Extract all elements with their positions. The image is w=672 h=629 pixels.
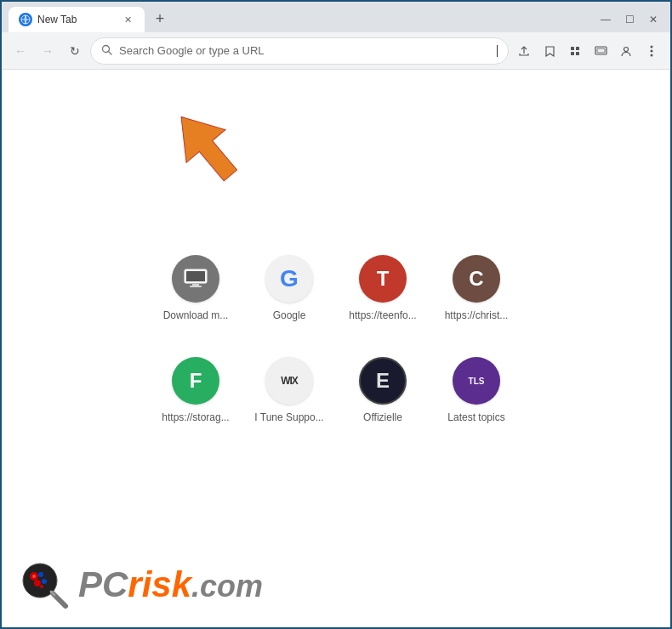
shortcut-wix[interactable]: WIX I Tune Suppo... bbox=[248, 350, 330, 444]
address-bar[interactable]: Search Google or type a URL bbox=[90, 37, 509, 65]
svg-point-22 bbox=[32, 575, 36, 578]
bookmark-button[interactable] bbox=[538, 39, 561, 63]
shortcut-label-wix: I Tune Suppo... bbox=[254, 411, 323, 423]
cast-button[interactable] bbox=[589, 39, 612, 63]
svg-point-12 bbox=[651, 49, 653, 52]
new-tab-button[interactable]: + bbox=[148, 7, 172, 31]
title-bar: New Tab ✕ + — ☐ ✕ bbox=[2, 2, 670, 32]
svg-point-26 bbox=[40, 585, 43, 588]
svg-rect-9 bbox=[597, 48, 605, 53]
profile-button[interactable] bbox=[614, 39, 638, 63]
back-button[interactable]: ← bbox=[9, 39, 32, 63]
forward-button[interactable]: → bbox=[36, 39, 60, 63]
svg-point-25 bbox=[42, 579, 47, 584]
shortcut-label-storag: https://storag... bbox=[162, 411, 229, 423]
menu-button[interactable] bbox=[640, 39, 663, 63]
share-button[interactable] bbox=[512, 39, 536, 63]
shortcuts-grid: Download m... G Google T https://teenfo.… bbox=[153, 248, 519, 444]
svg-rect-19 bbox=[190, 286, 202, 287]
shortcut-icon-teenfo: T bbox=[359, 255, 407, 303]
window-controls: — ☐ ✕ bbox=[595, 12, 663, 27]
active-tab[interactable]: New Tab ✕ bbox=[9, 7, 145, 32]
pcrisk-text: PCrisk.com bbox=[78, 567, 263, 603]
browser-window: New Tab ✕ + — ☐ ✕ ← → ↻ Search Google or… bbox=[0, 0, 672, 629]
shortcut-label-teenfo: https://teenfo... bbox=[349, 309, 416, 321]
shortcut-christ[interactable]: C https://christ... bbox=[438, 248, 515, 342]
svg-rect-4 bbox=[571, 47, 574, 50]
pcrisk-logo: PCrisk.com bbox=[19, 559, 263, 610]
shortcut-label-google: Google bbox=[273, 309, 306, 321]
extensions-button[interactable] bbox=[563, 39, 587, 63]
toolbar-actions bbox=[512, 39, 663, 63]
shortcut-icon-offizielle: E bbox=[359, 357, 407, 405]
shortcut-latest-topics[interactable]: TLS Latest topics bbox=[441, 350, 511, 444]
pc-text: PC bbox=[78, 564, 128, 604]
toolbar: ← → ↻ Search Google or type a URL bbox=[2, 32, 670, 70]
url-input[interactable]: Search Google or type a URL bbox=[119, 44, 488, 57]
svg-point-13 bbox=[651, 54, 653, 56]
svg-point-24 bbox=[34, 580, 41, 586]
svg-marker-14 bbox=[162, 104, 250, 189]
shortcut-icon-download bbox=[172, 255, 219, 303]
shortcut-label-offizielle: Offizielle bbox=[363, 411, 402, 423]
svg-line-2 bbox=[109, 51, 112, 54]
text-cursor bbox=[497, 45, 498, 57]
svg-rect-6 bbox=[571, 52, 574, 55]
search-icon bbox=[101, 44, 112, 58]
shortcut-storag[interactable]: F https://storag... bbox=[155, 350, 236, 444]
svg-rect-7 bbox=[576, 52, 579, 55]
svg-point-10 bbox=[624, 47, 629, 51]
main-content: Download m... G Google T https://teenfo.… bbox=[2, 70, 670, 627]
shortcut-icon-google: G bbox=[265, 255, 313, 303]
maximize-button[interactable]: ☐ bbox=[619, 12, 640, 27]
shortcut-label-latest-topics: Latest topics bbox=[447, 411, 504, 423]
shortcut-google[interactable]: G Google bbox=[259, 248, 320, 342]
pcrisk-icon bbox=[19, 559, 70, 610]
shortcut-download[interactable]: Download m... bbox=[157, 248, 236, 342]
svg-rect-17 bbox=[186, 271, 205, 281]
svg-point-11 bbox=[651, 45, 653, 48]
shortcut-icon-latest-topics: TLS bbox=[453, 357, 500, 405]
svg-point-23 bbox=[38, 572, 43, 577]
reload-button[interactable]: ↻ bbox=[63, 39, 87, 63]
shortcut-label-christ: https://christ... bbox=[445, 309, 509, 321]
tab-favicon bbox=[19, 13, 32, 26]
tab-title: New Tab bbox=[37, 14, 77, 26]
shortcut-label-download: Download m... bbox=[163, 309, 229, 321]
minimize-button[interactable]: — bbox=[595, 12, 616, 27]
arrow-indicator bbox=[155, 104, 257, 189]
close-button[interactable]: ✕ bbox=[643, 12, 663, 27]
shortcut-icon-christ: C bbox=[453, 255, 500, 303]
shortcut-offizielle[interactable]: E Offizielle bbox=[352, 350, 413, 444]
tab-close-button[interactable]: ✕ bbox=[121, 13, 134, 26]
svg-rect-5 bbox=[576, 47, 579, 50]
shortcut-icon-storag: F bbox=[172, 357, 219, 405]
shortcut-icon-wix: WIX bbox=[265, 357, 313, 405]
risk-text: risk bbox=[128, 564, 191, 604]
svg-rect-18 bbox=[192, 284, 199, 286]
com-text: .com bbox=[191, 569, 263, 604]
shortcut-teenfo[interactable]: T https://teenfo... bbox=[342, 248, 423, 342]
